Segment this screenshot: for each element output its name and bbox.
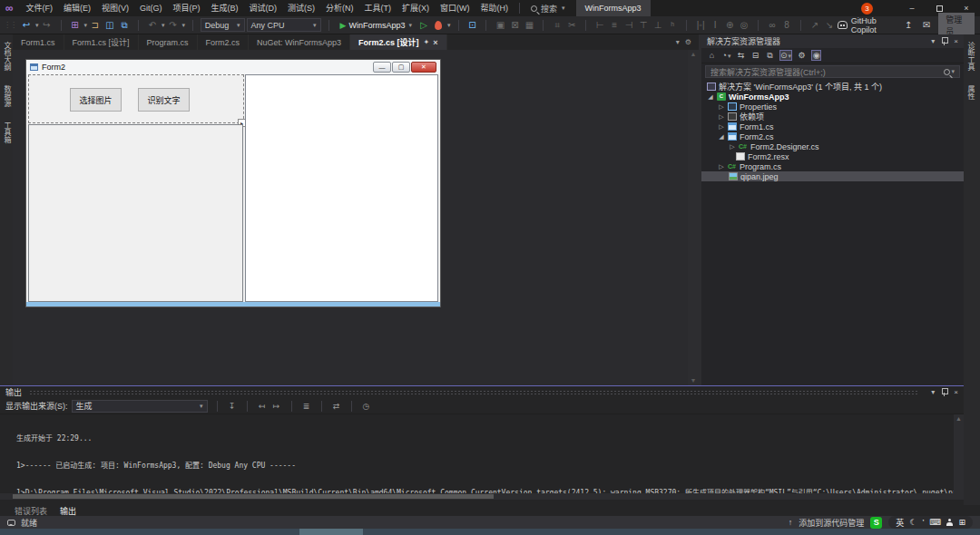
form-close-button[interactable]: ✕	[411, 62, 436, 73]
menu-view[interactable]: 视图(V)	[96, 0, 134, 16]
snap-lines-icon[interactable]: ✂	[565, 18, 578, 33]
save-all-icon[interactable]: ⧉	[118, 18, 131, 33]
designer-vertical-scrollbar[interactable]: ▲ ▼	[688, 50, 699, 385]
align-rights-icon[interactable]: ⊣	[622, 18, 635, 33]
share-icon[interactable]: ↥	[902, 18, 915, 33]
find-in-files-icon[interactable]: ▣	[494, 18, 506, 33]
wrench-icon[interactable]: ⚙	[797, 51, 807, 60]
chevron-collapsed-icon[interactable]: ▷	[718, 123, 725, 131]
chevron-collapsed-icon[interactable]: ▷	[729, 143, 736, 151]
pending-changes-filter-icon[interactable]: ◔▾	[721, 51, 731, 60]
button-panel[interactable]: 选择图片 识别文字 ▸	[28, 74, 244, 123]
pin-icon[interactable]	[941, 37, 947, 45]
solution-search-input[interactable]: 搜索解决方案资源管理器(Ctrl+;) ▾	[705, 65, 960, 78]
menu-analyze[interactable]: 分析(N)	[320, 0, 359, 16]
moon-icon[interactable]: ☾	[909, 518, 916, 527]
window-position-icon[interactable]: ▾	[931, 388, 935, 396]
bring-to-front-icon[interactable]: ↗	[808, 18, 821, 33]
chevron-collapsed-icon[interactable]: ▷	[718, 163, 725, 170]
navigate-forward-icon[interactable]: ↪	[41, 18, 54, 33]
tab-output[interactable]: 输出	[60, 505, 76, 517]
save-icon[interactable]: ◫	[103, 18, 116, 33]
send-to-back-icon[interactable]: ↘	[823, 18, 836, 33]
scroll-up-icon[interactable]: ▲	[688, 50, 699, 59]
drag-handle[interactable]	[29, 390, 917, 394]
sogou-ime-icon[interactable]: S	[870, 517, 882, 529]
align-bottoms-icon[interactable]: ʰ	[666, 18, 679, 33]
solution-platform-dropdown[interactable]: Any CPU▾	[247, 18, 321, 32]
form2-designer-window[interactable]: Form2 — ▢ ✕ 选择图片 识别文字 ▸	[26, 60, 440, 306]
scrollbar-thumb[interactable]	[13, 494, 494, 499]
new-project-icon[interactable]: ⊞	[68, 18, 81, 33]
keyboard-icon[interactable]: ⌨	[929, 518, 941, 527]
timestamp-icon[interactable]: ◷	[361, 402, 372, 411]
tab-order-icon[interactable]: 8	[780, 18, 793, 33]
tree-item-dependencies[interactable]: ▷ 依赖项	[701, 112, 964, 122]
align-centers-icon[interactable]: ≡	[608, 18, 621, 33]
close-icon[interactable]: ×	[954, 388, 958, 396]
menu-extensions[interactable]: 扩展(X)	[397, 0, 435, 16]
find-message-icon[interactable]: ↧	[227, 402, 238, 411]
menu-test[interactable]: 测试(S)	[282, 0, 320, 16]
add-form-icon[interactable]: ⌗	[551, 18, 564, 33]
feedback-bubble-icon[interactable]	[7, 520, 15, 526]
align-tops-icon[interactable]: ⊤	[637, 18, 650, 33]
chevron-expanded-icon[interactable]: ◢	[707, 93, 714, 101]
pin-tab-icon[interactable]: ✦	[424, 38, 430, 46]
tab-form1-cs[interactable]: Form1.cs	[13, 34, 64, 50]
scroll-down-icon[interactable]: ▼	[688, 376, 699, 385]
output-horizontal-scrollbar[interactable]	[0, 493, 954, 500]
add-to-source-control-button[interactable]: 添加到源代码管理	[799, 517, 864, 529]
collapse-all-icon[interactable]: ⊟	[750, 51, 760, 60]
github-copilot-button[interactable]: GitHub Copilot	[838, 16, 897, 34]
start-debugging-button[interactable]: ▶ WinFormsApp3 ▾	[337, 18, 416, 33]
clear-all-icon[interactable]: ⇄	[331, 402, 342, 411]
menu-tools[interactable]: 工具(T)	[359, 0, 397, 16]
form-maximize-button[interactable]: ▢	[392, 62, 410, 73]
tab-form2-cs[interactable]: Form2.cs	[198, 34, 250, 50]
tree-item-form1[interactable]: ▷ Form1.cs	[701, 122, 964, 131]
form-resize-border[interactable]	[26, 302, 440, 306]
tab-error-list[interactable]: 错误列表	[15, 505, 47, 517]
tab-data-sources[interactable]: 数据源	[0, 78, 14, 114]
switch-views-icon[interactable]: ⌂	[707, 51, 717, 60]
tab-nuget-winformsapp3[interactable]: NuGet: WinFormsApp3	[249, 34, 350, 50]
output-source-dropdown[interactable]: 生成▾	[72, 400, 208, 413]
prev-message-icon[interactable]: ↤	[257, 402, 268, 411]
form2-title-bar[interactable]: Form2 — ▢ ✕	[26, 60, 440, 74]
close-tab-icon[interactable]: ×	[433, 38, 437, 47]
navigate-back-icon[interactable]: ↩	[20, 18, 33, 33]
align-lefts-icon[interactable]: ⊢	[593, 18, 606, 33]
menu-file[interactable]: 文件(F)	[21, 0, 59, 16]
ime-language-toggle[interactable]: 英	[896, 517, 904, 529]
window-position-icon[interactable]: ▾	[931, 37, 935, 45]
scroll-up-icon[interactable]: ▲	[954, 414, 964, 423]
tab-properties[interactable]: 属性	[964, 78, 977, 107]
person-icon[interactable]	[946, 519, 953, 526]
sync-with-active-document-icon[interactable]: ⇆	[736, 51, 746, 60]
properties-pages-icon[interactable]: ⧉	[765, 51, 775, 61]
sql-icon[interactable]: ▦	[523, 18, 535, 33]
menu-window[interactable]: 窗口(W)	[435, 0, 475, 16]
active-files-dropdown-icon[interactable]: ▾	[676, 38, 680, 46]
menu-debug[interactable]: 调试(D)	[244, 0, 283, 16]
tree-item-form2-designer[interactable]: ▷ C# Form2.Designer.cs	[701, 141, 964, 151]
tree-item-qipan-jpeg[interactable]: qipan.jpeg	[701, 171, 964, 181]
chevron-collapsed-icon[interactable]: ▷	[718, 113, 725, 121]
punctuation-icon[interactable]: ’	[922, 518, 924, 527]
tab-form2-designer[interactable]: Form2.cs [设计] ✦ ×	[350, 34, 446, 50]
size-to-grid-icon[interactable]: I	[709, 18, 721, 33]
tab-document-outline[interactable]: 文档大纲	[0, 34, 14, 78]
tab-form1-designer[interactable]: Form1.cs [设计]	[64, 34, 139, 50]
tree-item-form2[interactable]: ◢ Form2.cs	[701, 131, 964, 141]
select-image-button[interactable]: 选择图片	[70, 88, 122, 112]
make-same-size-icon[interactable]: |◦|	[694, 18, 707, 33]
picture-box[interactable]	[28, 124, 243, 302]
zoom-icon[interactable]: ◎	[738, 18, 750, 33]
global-search[interactable]: 搜索 ▾	[525, 3, 571, 15]
hot-reload-icon[interactable]	[432, 18, 445, 33]
tab-settings-icon[interactable]: ⚙	[685, 38, 691, 46]
designer-surface[interactable]: Form2 — ▢ ✕ 选择图片 识别文字 ▸ ▲ ▼	[13, 50, 699, 385]
tab-diagnostic-tools[interactable]: 诊断工具	[964, 34, 977, 78]
preview-selected-items-icon[interactable]: ◉	[811, 50, 821, 61]
